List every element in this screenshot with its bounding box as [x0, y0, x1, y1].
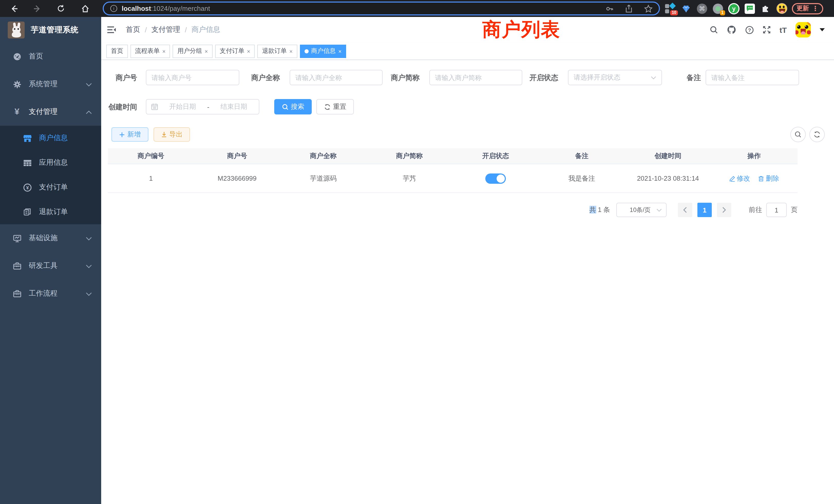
- browser-home-button[interactable]: [78, 0, 92, 17]
- sidebar-item-system[interactable]: 系统管理: [0, 70, 101, 98]
- edit-link[interactable]: 修改: [729, 174, 750, 183]
- breadcrumb-home[interactable]: 首页: [126, 25, 140, 35]
- user-avatar[interactable]: [795, 22, 811, 38]
- close-tab-icon[interactable]: ×: [247, 48, 250, 54]
- page-jumper: 前往 页: [749, 203, 797, 217]
- tab-refund-order[interactable]: 退款订单×: [258, 44, 297, 58]
- sidebar-item-infrastructure[interactable]: 基础设施: [0, 224, 101, 252]
- cell-status: [453, 173, 539, 183]
- bookmark-star-icon[interactable]: [644, 4, 653, 13]
- reset-button[interactable]: 重置: [316, 99, 354, 114]
- sidebar-item-merchant-info[interactable]: 商户信息: [0, 126, 101, 151]
- page-size-select[interactable]: 10条/页: [616, 203, 666, 217]
- cell-remark: 我是备注: [539, 174, 625, 183]
- sidebar-item-refund-order[interactable]: 退款订单: [0, 200, 101, 224]
- help-icon[interactable]: ?: [745, 25, 754, 34]
- date-range-separator: -: [207, 103, 210, 111]
- address-bar[interactable]: i localhost:1024/pay/merchant: [103, 2, 660, 16]
- gem-extension-icon[interactable]: [680, 3, 692, 14]
- add-button[interactable]: 新增: [111, 127, 148, 142]
- search-button[interactable]: 搜索: [274, 99, 312, 114]
- close-tab-icon[interactable]: ×: [289, 48, 293, 54]
- page-number-1[interactable]: 1: [697, 203, 712, 217]
- full-name-input[interactable]: [290, 70, 382, 85]
- extensions-puzzle-icon[interactable]: [760, 3, 771, 14]
- status-toggle[interactable]: [485, 173, 506, 183]
- sidebar-item-dev-tools[interactable]: 研发工具: [0, 252, 101, 280]
- merchant-no-input[interactable]: [146, 70, 239, 85]
- sidebar-logo[interactable]: 芋道管理系统: [0, 17, 101, 43]
- payment-submenu: 商户信息 应用信息 ¥ 支付订单: [0, 126, 101, 224]
- recorder-extension-icon[interactable]: 1: [712, 3, 724, 14]
- header-search-icon[interactable]: [710, 26, 718, 34]
- yuque-extension-icon[interactable]: y: [728, 3, 740, 14]
- svg-text:?: ?: [748, 27, 751, 32]
- tab-label: 退款订单: [262, 47, 287, 55]
- remark-input[interactable]: [706, 70, 799, 85]
- export-button[interactable]: 导出: [154, 127, 190, 142]
- toolbar-refresh-button[interactable]: [809, 127, 825, 142]
- sidebar-item-workflow[interactable]: 工作流程: [0, 280, 101, 307]
- fullscreen-icon[interactable]: [763, 26, 771, 34]
- tab-process-form[interactable]: 流程表单×: [130, 44, 170, 58]
- password-key-icon[interactable]: [606, 4, 614, 13]
- sidebar-item-home[interactable]: 首页: [0, 43, 101, 70]
- tab-user-group[interactable]: 用户分组×: [173, 44, 213, 58]
- breadcrumb-current: 商户信息: [192, 25, 220, 35]
- avatar-dropdown-caret-icon[interactable]: [820, 28, 825, 31]
- tab-merchant-info-active[interactable]: 商户信息×: [300, 44, 346, 58]
- col-header: 备注: [539, 152, 625, 161]
- pagination-total: 共 1 条: [589, 205, 610, 214]
- browser-reload-button[interactable]: [53, 0, 68, 17]
- breadcrumb: 首页 / 支付管理 / 商户信息: [126, 17, 220, 43]
- sidebar-item-payment[interactable]: ¥ 支付管理: [0, 98, 101, 126]
- screen: i localhost:1024/pay/merchant 10 ⌘: [0, 0, 834, 504]
- site-info-icon[interactable]: i: [110, 5, 117, 12]
- profile-emoji-icon[interactable]: [776, 3, 787, 14]
- cell-short-name: 芋艿: [367, 174, 453, 183]
- breadcrumb-separator: /: [185, 26, 187, 34]
- jump-page-input[interactable]: [766, 203, 787, 217]
- delete-link-label: 删除: [766, 174, 779, 183]
- chat-extension-icon[interactable]: [744, 3, 755, 14]
- sidebar-item-app-info[interactable]: 应用信息: [0, 151, 101, 175]
- sidebar-item-label: 支付管理: [29, 107, 86, 116]
- close-tab-icon[interactable]: ×: [162, 48, 166, 54]
- dashboard-icon: [12, 52, 22, 61]
- prev-page-button[interactable]: [678, 203, 692, 217]
- tab-pay-order[interactable]: 支付订单×: [215, 44, 255, 58]
- cell-merchant-no: M233666999: [194, 175, 280, 182]
- pixel-extension-icon[interactable]: 10: [664, 3, 676, 14]
- table-header-row: 商户编号 商户号 商户全称 商户简称 开启状态 备注 创建时间 操作: [108, 148, 797, 164]
- refresh-icon: [324, 104, 330, 110]
- sidebar-item-pay-order[interactable]: ¥ 支付订单: [0, 175, 101, 200]
- share-icon[interactable]: [625, 4, 633, 13]
- browser-back-button[interactable]: [7, 0, 22, 17]
- col-header: 开启状态: [453, 152, 539, 161]
- next-page-button[interactable]: [717, 203, 731, 217]
- status-select[interactable]: 请选择开启状态: [568, 70, 662, 85]
- close-tab-icon[interactable]: ×: [205, 48, 208, 54]
- close-tab-icon[interactable]: ×: [338, 48, 342, 54]
- breadcrumb-payment[interactable]: 支付管理: [152, 25, 180, 35]
- end-date-placeholder[interactable]: 结束日期: [213, 102, 254, 111]
- create-time-range-picker[interactable]: 开始日期 - 结束日期: [146, 99, 259, 114]
- command-extension-icon[interactable]: ⌘: [696, 3, 708, 14]
- browser-update-button[interactable]: 更新 ⋮: [792, 3, 823, 14]
- browser-menu-icon[interactable]: ⋮: [812, 5, 818, 12]
- start-date-placeholder[interactable]: 开始日期: [162, 102, 203, 111]
- github-icon[interactable]: [727, 25, 737, 35]
- sidebar-fold-button[interactable]: [106, 25, 116, 37]
- tab-home[interactable]: 首页: [106, 44, 128, 58]
- delete-link[interactable]: 删除: [758, 174, 779, 183]
- sidebar-item-label: 应用信息: [39, 158, 92, 167]
- sidebar-item-label: 商户信息: [39, 134, 92, 143]
- toolbar-search-toggle-button[interactable]: [790, 127, 806, 142]
- browser-forward-button[interactable]: [30, 0, 44, 17]
- store-icon: [23, 134, 32, 142]
- edit-pen-icon: [729, 175, 735, 181]
- url-text[interactable]: localhost:1024/pay/merchant: [122, 5, 210, 12]
- create-time-label: 创建时间: [101, 99, 137, 114]
- short-name-input[interactable]: [429, 70, 522, 85]
- font-size-icon[interactable]: tT: [780, 25, 787, 34]
